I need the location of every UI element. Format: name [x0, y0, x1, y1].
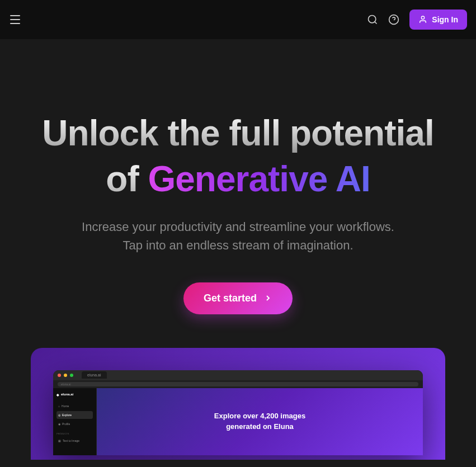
browser-content: ◆ eluna.ai ⌂ Home ◎ Explore ◉ Profile	[53, 388, 423, 455]
hero-title-of: of	[106, 159, 148, 199]
sidebar-item-profile: ◉ Profile	[56, 420, 93, 428]
help-icon[interactable]	[388, 14, 399, 25]
browser-tab: eluna.ai	[82, 371, 107, 379]
search-icon[interactable]	[367, 14, 378, 25]
chevron-right-icon	[263, 294, 272, 303]
hero-title-line1: Unlock the full potential	[42, 113, 433, 153]
header: Sign In	[0, 0, 476, 39]
sidebar-item-home: ⌂ Home	[56, 402, 93, 410]
subtitle-line1: Increase your productivity and streamlin…	[82, 220, 394, 234]
sidebar-logo: ◆ eluna.ai	[56, 393, 93, 397]
hero-title: Unlock the full potential of Generative …	[22, 112, 454, 201]
svg-point-0	[369, 16, 376, 23]
subtitle-line2: Tap into an endless stream of imaginatio…	[122, 238, 353, 252]
sidebar-item-text-to-image: ▦ Text to Image	[56, 437, 93, 445]
preview-section: eluna.ai eluna.ai ◆ eluna.ai ⌂ Home ◎	[0, 348, 476, 460]
get-started-button[interactable]: Get started	[183, 282, 293, 314]
browser-dot-close	[58, 374, 61, 377]
svg-point-4	[422, 16, 425, 19]
cta-label: Get started	[204, 293, 257, 304]
preview-card: eluna.ai eluna.ai ◆ eluna.ai ⌂ Home ◎	[31, 348, 445, 460]
header-left	[9, 13, 22, 26]
browser-mockup: eluna.ai eluna.ai ◆ eluna.ai ⌂ Home ◎	[53, 370, 423, 455]
sidebar-item-explore: ◎ Explore	[56, 411, 93, 419]
browser-sidebar: ◆ eluna.ai ⌂ Home ◎ Explore ◉ Profile	[53, 388, 97, 455]
browser-tabs: eluna.ai	[53, 370, 423, 380]
browser-main-text: Explore over 4,200 images generated on E…	[214, 411, 305, 431]
hero-title-gradient: Generative AI	[148, 159, 370, 199]
header-right: Sign In	[367, 10, 467, 30]
signin-button[interactable]: Sign In	[409, 10, 467, 30]
signin-label: Sign In	[432, 15, 458, 24]
browser-dot-minimize	[64, 374, 67, 377]
hero-section: Unlock the full potential of Generative …	[0, 39, 476, 348]
svg-line-1	[375, 22, 377, 24]
hero-subtitle: Increase your productivity and streamlin…	[22, 218, 454, 254]
browser-url: eluna.ai	[58, 382, 418, 386]
menu-icon[interactable]	[9, 13, 22, 26]
browser-dot-maximize	[70, 374, 73, 377]
browser-main: Explore over 4,200 images generated on E…	[97, 388, 423, 455]
sidebar-section-products: Products	[56, 432, 93, 435]
browser-toolbar: eluna.ai	[53, 380, 423, 388]
user-icon	[418, 15, 427, 24]
